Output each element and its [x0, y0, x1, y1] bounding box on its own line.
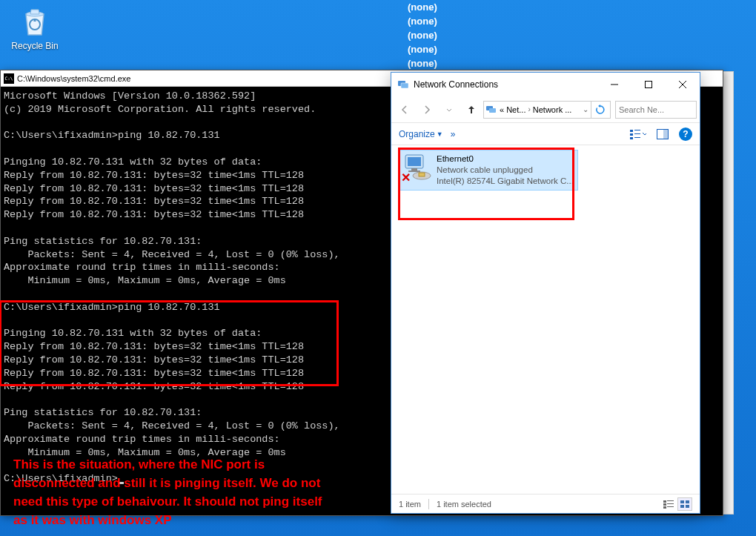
explorer-title: Network Connections [414, 79, 597, 90]
chevron-right-icon: › [528, 105, 530, 113]
svg-rect-25 [667, 500, 674, 501]
adapter-status: Network cable unplugged [437, 165, 574, 176]
cmd-title: C:\Windows\system32\cmd.exe [17, 74, 130, 83]
svg-rect-27 [667, 503, 674, 504]
selected-count: 1 item selected [437, 500, 491, 509]
svg-rect-11 [634, 130, 640, 130]
toolbar-overflow-button[interactable]: » [451, 129, 456, 139]
explorer-toolbar: Organize ▼ » ? [391, 123, 700, 145]
svg-rect-10 [630, 130, 633, 132]
breadcrumb-first[interactable]: « Net... [500, 105, 525, 114]
svg-rect-5 [646, 82, 652, 88]
svg-rect-30 [680, 500, 684, 503]
svg-rect-29 [667, 506, 674, 507]
explorer-statusbar: 1 item 1 item selected [391, 494, 700, 513]
forward-button[interactable] [417, 99, 437, 120]
svg-rect-3 [401, 83, 408, 88]
svg-rect-28 [663, 506, 666, 509]
search-input[interactable]: Search Ne... [615, 101, 697, 119]
explorer-nav-bar: « Net... › Network ... ⌄ Search Ne... [391, 96, 700, 123]
desktop-text-overlay: (none) (none) (none) (none) (none) [408, 0, 437, 70]
recent-dropdown-button[interactable] [439, 99, 460, 120]
statusbar-separator [428, 499, 429, 509]
svg-rect-20 [411, 168, 417, 171]
svg-rect-24 [663, 500, 666, 503]
network-adapter-item[interactable]: ✕ Ethernet0 Network cable unplugged Inte… [399, 150, 578, 191]
adapter-device: Intel(R) 82574L Gigabit Network C... [437, 176, 574, 187]
svg-rect-23 [419, 173, 425, 176]
adapter-name: Ethernet0 [437, 153, 574, 165]
back-button[interactable] [394, 99, 415, 120]
large-icons-view-button[interactable] [677, 497, 692, 511]
svg-rect-12 [630, 133, 633, 136]
explorer-titlebar[interactable]: Network Connections [391, 73, 700, 96]
recycle-bin-icon [17, 4, 53, 39]
network-connections-icon [397, 79, 409, 90]
organize-button[interactable]: Organize ▼ [399, 129, 443, 139]
up-button[interactable] [461, 99, 482, 120]
svg-rect-33 [686, 505, 689, 508]
svg-rect-9 [489, 108, 496, 113]
svg-rect-26 [663, 503, 666, 506]
breadcrumb-second[interactable]: Network ... [533, 105, 572, 114]
address-bar[interactable]: « Net... › Network ... ⌄ [483, 101, 611, 119]
details-view-button[interactable] [661, 497, 676, 511]
minimize-button[interactable] [597, 73, 631, 96]
disconnected-x-icon: ✕ [401, 171, 411, 185]
recycle-bin-label: Recycle Bin [9, 41, 61, 51]
cmd-icon [4, 73, 14, 84]
chevron-down-icon[interactable]: ⌄ [583, 105, 588, 113]
maximize-button[interactable] [631, 73, 666, 96]
preview-pane-button[interactable] [657, 129, 669, 139]
close-button[interactable] [666, 73, 700, 96]
recycle-bin[interactable]: Recycle Bin [9, 4, 61, 51]
refresh-button[interactable] [591, 101, 609, 119]
annotation-text: This is the situation, where the NIC por… [13, 455, 339, 529]
network-connections-window[interactable]: Network Connections [391, 72, 700, 514]
network-adapter-text: Ethernet0 Network cable unplugged Intel(… [437, 153, 574, 187]
svg-rect-31 [686, 500, 689, 503]
view-options-button[interactable] [630, 128, 646, 140]
explorer-content[interactable]: ✕ Ethernet0 Network cable unplugged Inte… [391, 145, 700, 494]
svg-rect-15 [634, 137, 640, 138]
svg-rect-14 [630, 137, 633, 139]
svg-rect-32 [680, 505, 684, 508]
network-adapter-icon: ✕ [402, 153, 432, 183]
breadcrumb-icon [485, 104, 497, 116]
help-button[interactable]: ? [679, 128, 692, 141]
svg-rect-17 [663, 130, 668, 139]
svg-rect-13 [634, 133, 640, 134]
dropdown-arrow-icon: ▼ [437, 130, 443, 138]
item-count: 1 item [399, 500, 421, 509]
svg-rect-19 [408, 157, 421, 166]
